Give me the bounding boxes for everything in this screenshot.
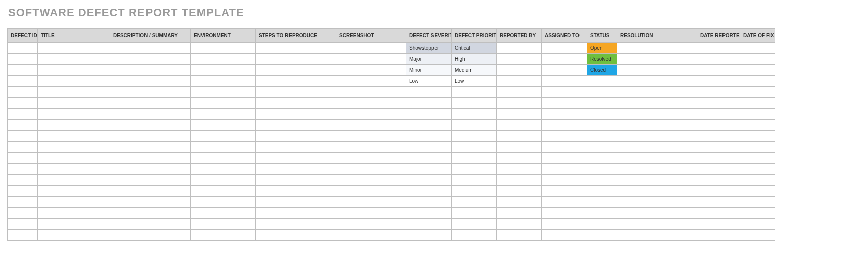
cell-defect_id[interactable] [8,142,38,153]
cell-title[interactable] [38,219,110,230]
cell-description[interactable] [110,76,191,87]
cell-defect_id[interactable] [8,186,38,197]
cell-resolution[interactable] [617,120,697,131]
cell-screenshot[interactable] [336,54,406,65]
cell-steps[interactable] [256,54,336,65]
cell-assigned_to[interactable] [542,153,587,164]
cell-date_of_fix[interactable] [740,76,775,87]
cell-status[interactable] [587,120,617,131]
cell-screenshot[interactable] [336,197,406,208]
cell-description[interactable] [110,65,191,76]
cell-priority[interactable]: High [452,54,497,65]
cell-description[interactable] [110,186,191,197]
cell-assigned_to[interactable] [542,208,587,219]
cell-environment[interactable] [191,87,256,98]
cell-resolution[interactable] [617,219,697,230]
cell-description[interactable] [110,131,191,142]
cell-date_reported[interactable] [697,131,740,142]
cell-reported_by[interactable] [497,109,542,120]
cell-environment[interactable] [191,76,256,87]
cell-environment[interactable] [191,175,256,186]
cell-reported_by[interactable] [497,43,542,54]
cell-title[interactable] [38,142,110,153]
cell-resolution[interactable] [617,87,697,98]
cell-status[interactable] [587,87,617,98]
cell-defect_id[interactable] [8,43,38,54]
cell-reported_by[interactable] [497,98,542,109]
cell-steps[interactable] [256,120,336,131]
cell-screenshot[interactable] [336,120,406,131]
cell-description[interactable] [110,142,191,153]
cell-reported_by[interactable] [497,142,542,153]
cell-title[interactable] [38,197,110,208]
cell-date_reported[interactable] [697,153,740,164]
cell-date_of_fix[interactable] [740,186,775,197]
cell-title[interactable] [38,175,110,186]
cell-severity[interactable] [406,98,452,109]
cell-date_reported[interactable] [697,186,740,197]
cell-priority[interactable]: Low [452,76,497,87]
cell-priority[interactable]: Critical [452,43,497,54]
cell-assigned_to[interactable] [542,219,587,230]
cell-resolution[interactable] [617,153,697,164]
cell-status[interactable] [587,98,617,109]
cell-steps[interactable] [256,43,336,54]
cell-priority[interactable] [452,131,497,142]
cell-date_reported[interactable] [697,208,740,219]
cell-priority[interactable] [452,175,497,186]
cell-assigned_to[interactable] [542,98,587,109]
cell-reported_by[interactable] [497,131,542,142]
cell-priority[interactable] [452,120,497,131]
cell-status[interactable] [587,131,617,142]
cell-severity[interactable]: Minor [406,65,452,76]
cell-steps[interactable] [256,131,336,142]
cell-assigned_to[interactable] [542,109,587,120]
cell-defect_id[interactable] [8,76,38,87]
cell-resolution[interactable] [617,98,697,109]
cell-resolution[interactable] [617,65,697,76]
cell-severity[interactable] [406,153,452,164]
cell-reported_by[interactable] [497,175,542,186]
cell-assigned_to[interactable] [542,120,587,131]
cell-description[interactable] [110,54,191,65]
cell-description[interactable] [110,87,191,98]
cell-status[interactable]: Closed [587,65,617,76]
cell-description[interactable] [110,153,191,164]
cell-severity[interactable] [406,142,452,153]
cell-status[interactable] [587,164,617,175]
cell-priority[interactable] [452,98,497,109]
cell-date_of_fix[interactable] [740,120,775,131]
cell-status[interactable] [587,208,617,219]
cell-date_of_fix[interactable] [740,142,775,153]
cell-resolution[interactable] [617,197,697,208]
cell-steps[interactable] [256,230,336,241]
cell-date_reported[interactable] [697,142,740,153]
cell-priority[interactable] [452,164,497,175]
cell-description[interactable] [110,120,191,131]
cell-steps[interactable] [256,208,336,219]
cell-description[interactable] [110,109,191,120]
cell-priority[interactable] [452,153,497,164]
cell-defect_id[interactable] [8,65,38,76]
cell-date_reported[interactable] [697,43,740,54]
cell-defect_id[interactable] [8,54,38,65]
cell-date_reported[interactable] [697,164,740,175]
cell-steps[interactable] [256,142,336,153]
cell-description[interactable] [110,98,191,109]
cell-screenshot[interactable] [336,87,406,98]
cell-reported_by[interactable] [497,197,542,208]
cell-priority[interactable] [452,230,497,241]
cell-assigned_to[interactable] [542,142,587,153]
cell-description[interactable] [110,219,191,230]
cell-environment[interactable] [191,120,256,131]
cell-severity[interactable] [406,131,452,142]
cell-steps[interactable] [256,153,336,164]
cell-title[interactable] [38,109,110,120]
cell-resolution[interactable] [617,109,697,120]
cell-resolution[interactable] [617,43,697,54]
cell-defect_id[interactable] [8,120,38,131]
cell-date_reported[interactable] [697,109,740,120]
cell-date_of_fix[interactable] [740,164,775,175]
cell-environment[interactable] [191,131,256,142]
cell-defect_id[interactable] [8,197,38,208]
